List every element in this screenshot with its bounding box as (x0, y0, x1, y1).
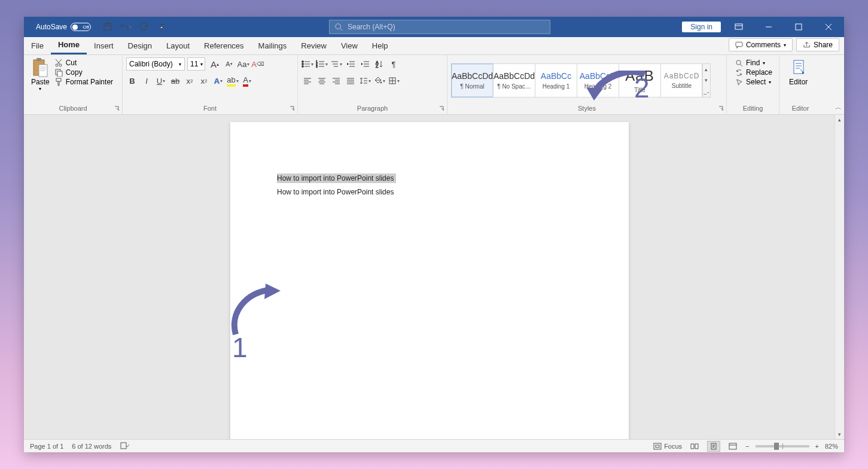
tab-home[interactable]: Home (51, 36, 87, 54)
annotation-number-1: 1 (232, 331, 248, 364)
read-mode-icon[interactable] (688, 441, 701, 452)
style-no-spacing[interactable]: AaBbCcDd¶ No Spac… (493, 63, 535, 98)
align-left-icon[interactable] (301, 74, 313, 87)
underline-button[interactable]: U▾ (155, 74, 167, 87)
document-line[interactable]: How to import into PowerPoint slides (277, 188, 394, 196)
paragraph-launcher-icon[interactable] (438, 105, 445, 112)
tab-insert[interactable]: Insert (87, 36, 121, 54)
tab-design[interactable]: Design (121, 36, 159, 54)
maximize-icon[interactable] (787, 17, 811, 36)
tab-help[interactable]: Help (365, 36, 395, 54)
svg-rect-30 (729, 443, 736, 449)
find-button[interactable]: Find▾ (735, 59, 772, 67)
page-indicator[interactable]: Page 1 of 1 (30, 443, 63, 450)
font-launcher-icon[interactable] (288, 105, 296, 112)
decrease-indent-icon[interactable] (345, 57, 357, 71)
autosave-state: Off (83, 25, 90, 30)
borders-icon[interactable]: ▾ (388, 74, 400, 87)
svg-rect-12 (57, 71, 62, 77)
font-color-icon[interactable]: A▾ (241, 74, 253, 87)
shading-icon[interactable]: ▾ (373, 74, 385, 87)
scroll-down-icon[interactable]: ▾ (835, 430, 844, 439)
bullets-icon[interactable]: ▾ (301, 57, 313, 71)
autosave-switch-off[interactable]: Off (71, 23, 91, 31)
tab-review[interactable]: Review (294, 36, 334, 54)
tab-layout[interactable]: Layout (159, 36, 197, 54)
text-effects-icon[interactable]: A▾ (212, 74, 224, 87)
comments-button[interactable]: Comments▾ (729, 38, 793, 51)
replace-button[interactable]: Replace (735, 68, 772, 77)
svg-point-24 (736, 60, 741, 64)
tab-mailings[interactable]: Mailings (251, 36, 294, 54)
subscript-button[interactable]: x2 (184, 74, 196, 87)
cut-button[interactable]: Cut (54, 59, 113, 67)
zoom-level[interactable]: 82% (825, 443, 838, 450)
chevron-down-icon[interactable]: ▾ (702, 75, 710, 86)
grow-font-icon[interactable]: A▴ (209, 57, 221, 71)
shrink-font-icon[interactable]: A▾ (223, 57, 235, 71)
save-icon[interactable] (102, 20, 114, 34)
select-button[interactable]: Select▾ (735, 78, 772, 86)
show-marks-icon[interactable]: ¶ (388, 57, 400, 71)
redo-icon[interactable] (138, 20, 150, 34)
vertical-scrollbar[interactable]: ▴ ▾ (835, 115, 844, 439)
font-name-input[interactable] (126, 57, 185, 71)
zoom-in-icon[interactable]: + (815, 443, 819, 450)
justify-icon[interactable] (345, 74, 357, 87)
close-icon[interactable] (817, 17, 840, 36)
align-center-icon[interactable] (316, 74, 328, 87)
highlight-icon[interactable]: ab▾ (227, 74, 239, 87)
font-group-label: Font (203, 105, 217, 112)
clear-formatting-icon[interactable]: A⌫ (252, 57, 264, 71)
gallery-expand-icon[interactable]: ⎯▾ (702, 86, 710, 97)
style-heading-1[interactable]: AaBbCcHeading 1 (535, 63, 577, 98)
print-layout-icon[interactable] (707, 441, 720, 452)
undo-icon[interactable]: ▾ (120, 20, 132, 34)
strikethrough-button[interactable]: ab (169, 74, 181, 87)
increase-indent-icon[interactable] (359, 57, 371, 71)
italic-button[interactable]: I (141, 74, 153, 87)
share-button[interactable]: Share (796, 38, 839, 51)
zoom-out-icon[interactable]: − (745, 443, 749, 450)
multilevel-list-icon[interactable]: ▾ (330, 57, 342, 71)
paste-button[interactable]: Paste ▾ (28, 57, 53, 103)
format-painter-button[interactable]: Format Painter (54, 78, 113, 86)
autosave-toggle[interactable]: AutoSave Off (36, 23, 91, 31)
copy-button[interactable]: Copy (54, 68, 113, 77)
focus-mode-button[interactable]: Focus (653, 443, 682, 450)
tab-view[interactable]: View (334, 36, 365, 54)
web-layout-icon[interactable] (726, 441, 739, 452)
minimize-icon[interactable] (757, 17, 781, 36)
tab-file[interactable]: File (24, 36, 51, 54)
style-subtitle[interactable]: AaBbCcDSubtitle (660, 63, 703, 98)
spellcheck-icon[interactable] (120, 441, 129, 451)
word-count[interactable]: 6 of 12 words (72, 443, 111, 450)
sort-icon[interactable]: AZ (373, 57, 385, 71)
qat-more-icon[interactable] (156, 20, 167, 34)
document-line-selected[interactable]: How to import into PowerPoint slides (277, 173, 396, 183)
styles-launcher-icon[interactable] (717, 105, 724, 112)
editor-group-label: Editor (779, 103, 821, 114)
search-box[interactable]: Search (Alt+Q) (329, 20, 550, 34)
bold-button[interactable]: B (126, 74, 138, 87)
change-case-icon[interactable]: Aa▾ (237, 57, 249, 71)
group-editor: Editor Editor (779, 55, 821, 114)
tab-references[interactable]: References (197, 36, 251, 54)
scroll-up-icon[interactable]: ▴ (835, 115, 844, 124)
numbering-icon[interactable]: 123▾ (316, 57, 328, 71)
superscript-button[interactable]: x2 (198, 74, 210, 87)
styles-gallery-scroll[interactable]: ▴▾⎯▾ (702, 63, 711, 98)
document-page[interactable]: How to import into PowerPoint slides How… (230, 122, 629, 439)
clipboard-launcher-icon[interactable] (113, 105, 120, 112)
align-right-icon[interactable] (330, 74, 342, 87)
zoom-slider[interactable] (756, 445, 809, 447)
chevron-up-icon[interactable]: ▴ (702, 64, 710, 75)
sign-in-button[interactable]: Sign in (682, 22, 721, 32)
paragraph-group-label: Paragraph (357, 105, 388, 112)
line-spacing-icon[interactable]: ▾ (359, 74, 371, 87)
editor-button[interactable]: Editor (783, 57, 814, 103)
style-normal[interactable]: AaBbCcDd¶ Normal (451, 63, 494, 98)
collapse-ribbon-icon[interactable]: ︿ (835, 103, 842, 112)
ribbon-display-icon[interactable] (727, 17, 751, 36)
style-heading-2[interactable]: AaBbCcDHeading 2 (577, 63, 619, 98)
